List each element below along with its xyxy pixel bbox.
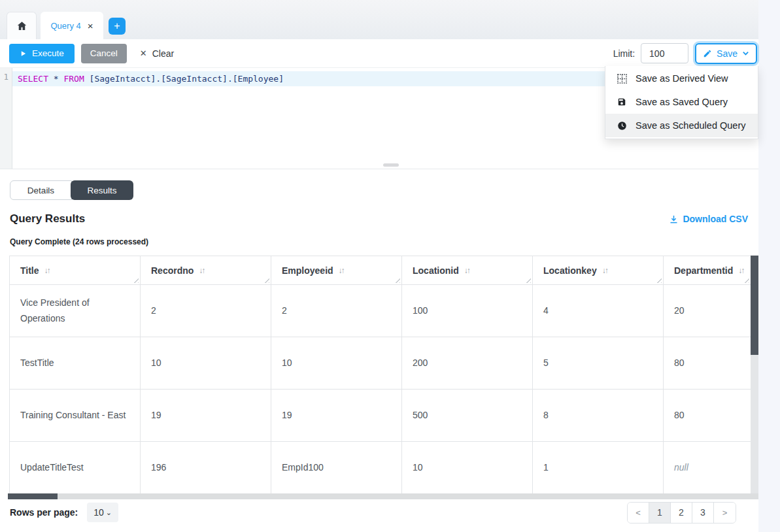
cell-departmentid: 80	[664, 337, 751, 390]
cell-departmentid: 20	[664, 285, 751, 337]
cell-departmentid: 80	[664, 390, 751, 442]
play-icon	[20, 50, 27, 58]
column-resize-handle[interactable]	[394, 277, 400, 283]
query-toolbar: Execute Cancel ✕ Clear Limit: Save	[0, 39, 758, 67]
sort-icon[interactable]: ↓↑	[602, 266, 607, 275]
column-resize-handle[interactable]	[656, 277, 662, 283]
menu-item-save-scheduled-query[interactable]: Save as Scheduled Query	[605, 114, 758, 137]
sql-keyword: SELECT	[18, 74, 48, 84]
menu-item-save-saved-query[interactable]: Save as Saved Query	[605, 90, 758, 114]
pagination-page-3[interactable]: 3	[692, 503, 714, 523]
results-table: Title↓↑ Recordno↓↑ Employeeid↓↑ Location…	[9, 256, 751, 494]
download-icon	[669, 214, 679, 224]
tab-details[interactable]: Details	[10, 180, 72, 200]
column-label: Employeeid	[282, 265, 333, 276]
home-tab[interactable]	[7, 12, 37, 39]
rows-per-page-value: 10	[93, 507, 104, 518]
chevron-down-icon: ⌄	[106, 508, 112, 517]
add-tab-button[interactable]: +	[109, 18, 126, 35]
cell-locationid: 500	[402, 390, 533, 442]
column-header-locationid[interactable]: Locationid↓↑	[402, 256, 533, 285]
column-label: Departmentid	[674, 265, 733, 276]
sort-icon[interactable]: ↓↑	[464, 266, 469, 275]
download-label: Download CSV	[683, 214, 748, 224]
column-label: Locationid	[413, 265, 459, 276]
column-label: Recordno	[151, 265, 194, 276]
results-title: Query Results	[10, 212, 85, 225]
query-tool-page: Query 4 × + Execute Cancel ✕ Clear Limit…	[0, 0, 780, 532]
tab-results-label: Results	[87, 186, 116, 195]
close-tab-icon[interactable]: ×	[88, 21, 93, 31]
tab-details-label: Details	[27, 186, 54, 195]
tab-results[interactable]: Results	[71, 180, 133, 200]
horizontal-scrollbar-thumb[interactable]	[8, 493, 58, 499]
save-dropdown-menu: Save as Derived View Save as Saved Query…	[605, 66, 758, 139]
column-resize-handle[interactable]	[263, 277, 269, 283]
cell-locationid: 200	[402, 337, 533, 390]
column-resize-handle[interactable]	[133, 277, 139, 283]
tab-label: Query 4	[50, 21, 80, 31]
execute-button[interactable]: Execute	[9, 44, 75, 63]
menu-item-save-derived-view[interactable]: Save as Derived View	[605, 67, 758, 90]
column-header-recordno[interactable]: Recordno↓↑	[141, 256, 271, 285]
sort-icon[interactable]: ↓↑	[738, 266, 743, 275]
cell-recordno: 196	[141, 442, 271, 494]
save-button[interactable]: Save	[695, 43, 757, 64]
vertical-scrollbar-thumb[interactable]	[751, 256, 758, 355]
download-csv-link[interactable]: Download CSV	[669, 214, 748, 224]
results-footer: Rows per page: 10 ⌄ < 1 2 3 >	[0, 499, 758, 525]
cancel-button[interactable]: Cancel	[81, 44, 127, 63]
pagination-page-2[interactable]: 2	[671, 503, 692, 523]
table-row: Vice President of Operations 2 2 100 4 2…	[10, 285, 751, 337]
sql-identifier: [SageIntacct].[SageIntacct].[Employee]	[84, 74, 284, 84]
grid-icon	[617, 74, 627, 84]
results-header-row: Query Results Download CSV	[10, 212, 748, 225]
cell-title: Training Consultant - East	[10, 390, 141, 442]
cell-employeeid: EmpId100	[271, 442, 402, 494]
clear-button[interactable]: ✕ Clear	[140, 48, 174, 59]
floppy-icon	[617, 97, 627, 107]
results-tab-group: Details Results	[10, 180, 133, 200]
rows-per-page-select[interactable]: 10 ⌄	[87, 503, 118, 522]
edit-icon	[703, 49, 712, 58]
editor-gutter: 1	[0, 68, 12, 169]
cell-locationkey: 1	[533, 442, 664, 494]
clear-label: Clear	[152, 48, 174, 59]
table-row: TestTitle 10 10 200 5 80	[10, 337, 751, 390]
vertical-scrollbar[interactable]	[751, 256, 758, 493]
cell-employeeid: 2	[271, 285, 402, 337]
line-number: 1	[3, 72, 8, 82]
plus-icon: +	[114, 20, 120, 31]
horizontal-scrollbar[interactable]	[8, 493, 758, 499]
sort-icon[interactable]: ↓↑	[339, 266, 344, 275]
menu-item-label: Save as Scheduled Query	[636, 120, 745, 131]
clear-x-icon: ✕	[140, 48, 147, 58]
limit-input[interactable]	[641, 43, 688, 63]
column-header-employeeid[interactable]: Employeeid↓↑	[271, 256, 402, 285]
rows-per-page: Rows per page: 10 ⌄	[10, 503, 118, 522]
rows-per-page-label: Rows per page:	[10, 507, 78, 518]
sql-keyword: FROM	[63, 74, 84, 84]
sort-icon[interactable]: ↓↑	[44, 266, 50, 275]
pagination-page-1[interactable]: 1	[649, 503, 671, 523]
sort-icon[interactable]: ↓↑	[199, 266, 204, 275]
save-label: Save	[717, 48, 738, 59]
tab-query-4[interactable]: Query 4 ×	[41, 12, 103, 39]
column-header-title[interactable]: Title↓↑	[10, 256, 141, 285]
column-header-departmentid[interactable]: Departmentid↓↑	[664, 256, 751, 285]
splitter-drag-handle[interactable]	[383, 163, 399, 167]
table-row: Training Consultant - East 19 19 500 8 8…	[10, 390, 751, 442]
cell-title: Vice President of Operations	[10, 285, 141, 337]
cell-title: UpdateTitleTest	[10, 442, 141, 494]
menu-item-label: Save as Saved Query	[636, 97, 728, 107]
column-resize-handle[interactable]	[525, 277, 531, 283]
column-resize-handle[interactable]	[743, 277, 749, 283]
results-table-wrap: Title↓↑ Recordno↓↑ Employeeid↓↑ Location…	[9, 256, 751, 494]
chevron-down-icon	[742, 50, 749, 57]
cell-recordno: 2	[141, 285, 271, 337]
pagination-next[interactable]: >	[714, 503, 736, 523]
column-header-locationkey[interactable]: Locationkey↓↑	[533, 256, 664, 285]
home-icon	[16, 20, 27, 31]
pagination-prev[interactable]: <	[628, 503, 649, 523]
cell-recordno: 10	[141, 337, 271, 390]
